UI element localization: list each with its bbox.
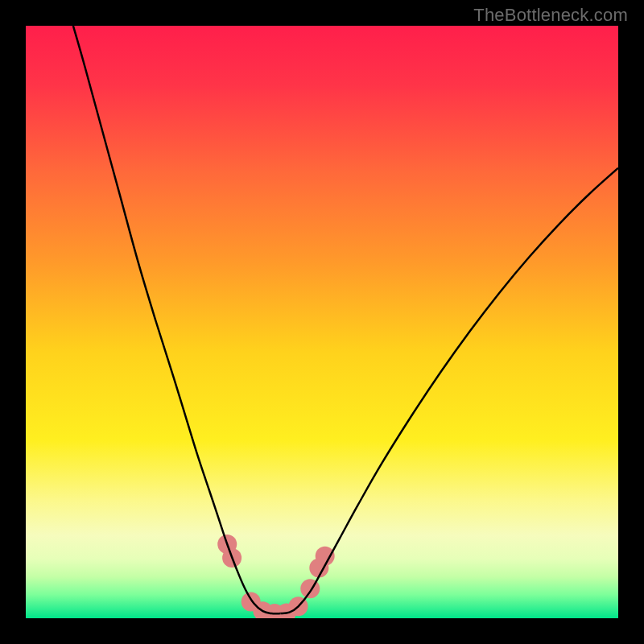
outer-frame: TheBottleneck.com	[0, 0, 644, 644]
plot-area	[26, 26, 618, 618]
watermark-text: TheBottleneck.com	[473, 5, 628, 26]
chart-svg	[26, 26, 618, 618]
gradient-background	[26, 26, 618, 618]
valley-marker	[316, 547, 335, 566]
